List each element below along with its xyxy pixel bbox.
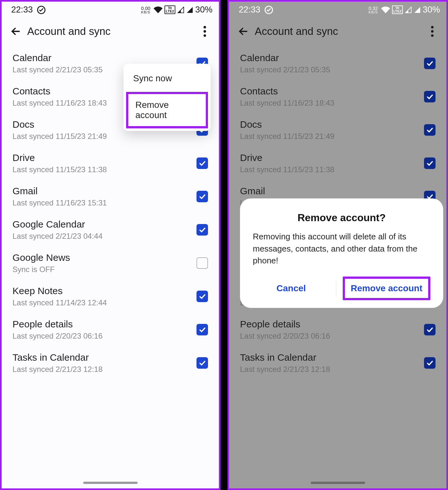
status-bar: 22:33 0.32 KB/S Vo LTE2 30% (229, 2, 446, 16)
sync-item-title: Calendar (240, 52, 424, 63)
status-bar: 22:33 0.00 KB/S Vo LTE2 30% (2, 2, 219, 16)
signal-2-icon (186, 6, 193, 13)
dialog-cancel-button[interactable]: Cancel (253, 277, 330, 300)
sync-item-subtitle: Last synced 11/15/23 11:38 (240, 165, 424, 174)
sync-item-subtitle: Last synced 11/15/23 21:49 (12, 132, 196, 141)
svg-point-1 (204, 26, 206, 28)
sync-checkbox[interactable] (196, 324, 208, 335)
overflow-menu-button[interactable] (198, 24, 212, 38)
sync-item-subtitle: Last synced 2/20/23 06:16 (240, 332, 424, 341)
sync-item-title: Drive (12, 152, 196, 163)
back-button[interactable] (9, 24, 23, 38)
page-title: Account and sync (27, 25, 111, 37)
page-title: Account and sync (255, 25, 338, 37)
sync-item-subtitle: Last synced 2/21/23 04:44 (12, 232, 196, 241)
sync-item-title: Tasks in Calendar (12, 352, 196, 363)
sync-item[interactable]: Tasks in CalendarLast synced 2/21/23 12:… (2, 346, 219, 380)
overflow-menu-button[interactable] (425, 24, 439, 38)
sync-checkbox[interactable] (196, 291, 208, 302)
wifi-icon (381, 5, 390, 14)
dialog-message: Removing this account will delete all of… (253, 231, 430, 267)
sync-item[interactable]: GmailLast synced 11/16/23 15:31 (2, 180, 219, 213)
sync-item-title: Gmail (12, 186, 196, 197)
volte-badge: Vo LTE2 (392, 5, 403, 14)
svg-point-7 (431, 34, 434, 37)
status-time: 22:33 (11, 5, 33, 15)
sync-item-title: Google Calendar (12, 219, 196, 230)
sync-item-title: People details (12, 319, 196, 330)
sync-item[interactable]: People detailsLast synced 2/20/23 06:16 (2, 313, 219, 346)
sync-item-title: People details (240, 319, 424, 330)
sync-checkbox[interactable] (196, 191, 208, 202)
data-rate: 0.00 KB/S (141, 6, 150, 14)
dialog-confirm-button[interactable]: Remove account (343, 277, 430, 300)
sync-item[interactable]: Keep NotesLast synced 11/14/23 12:44 (2, 280, 219, 313)
overflow-popup-menu: Sync now Remove account (124, 64, 211, 131)
volte-badge: Vo LTE2 (164, 5, 175, 14)
sync-checkbox[interactable] (424, 58, 436, 69)
app-bar: Account and sync (229, 16, 446, 47)
sync-item-title: Docs (240, 119, 424, 130)
sync-item-subtitle: Last synced 11/15/23 11:38 (12, 165, 196, 174)
sync-item-subtitle: Sync is OFF (12, 265, 196, 274)
sync-item[interactable]: DriveLast synced 11/15/23 11:38 (2, 147, 219, 180)
signal-1-icon (405, 6, 412, 13)
sync-item[interactable]: ContactsLast synced 11/16/23 18:43 (229, 80, 446, 113)
menu-item-sync-now[interactable]: Sync now (124, 66, 211, 91)
signal-2-icon (414, 6, 421, 13)
dialog-title: Remove account? (253, 212, 430, 224)
gesture-nav-bar[interactable] (311, 482, 365, 484)
sync-checkbox[interactable] (196, 257, 208, 269)
menu-item-remove-account[interactable]: Remove account (126, 92, 208, 128)
signal-1-icon (177, 6, 184, 13)
sync-checkbox[interactable] (424, 124, 436, 136)
sync-item-title: Calendar (12, 52, 196, 63)
sync-item[interactable]: CalendarLast synced 2/21/23 05:35 (229, 47, 446, 80)
dialog-action-divider (336, 281, 336, 295)
battery-percent: 30% (195, 5, 212, 15)
sync-item[interactable]: Google NewsSync is OFF (2, 246, 219, 280)
back-button[interactable] (236, 24, 250, 38)
sync-item-title: Drive (240, 152, 424, 163)
sync-item[interactable]: People detailsLast synced 2/20/23 06:16 (229, 313, 446, 346)
app-bar: Account and sync (2, 16, 219, 47)
screenshot-left: 22:33 0.00 KB/S Vo LTE2 30% (0, 0, 220, 490)
focus-mode-icon (264, 5, 273, 14)
sync-item-subtitle: Last synced 2/21/23 12:18 (12, 365, 196, 374)
sync-item-subtitle: Last synced 2/21/23 05:35 (240, 65, 424, 74)
sync-checkbox[interactable] (424, 357, 436, 369)
sync-item-title: Google News (12, 252, 196, 263)
screenshot-right: 22:33 0.32 KB/S Vo LTE2 30% (228, 0, 448, 490)
sync-item[interactable]: Google CalendarLast synced 2/21/23 04:44 (2, 213, 219, 246)
sync-item-subtitle: Last synced 11/16/23 15:31 (12, 198, 196, 207)
svg-point-2 (204, 30, 206, 33)
dialog-actions: Cancel Remove account (253, 277, 430, 300)
sync-item-title: Tasks in Calendar (240, 352, 424, 363)
sync-item[interactable]: DocsLast synced 11/15/23 21:49 (229, 113, 446, 147)
screenshot-divider (220, 0, 228, 490)
sync-checkbox[interactable] (196, 157, 208, 169)
sync-item-title: Gmail (240, 186, 424, 197)
sync-item[interactable]: Tasks in CalendarLast synced 2/21/23 12:… (229, 346, 446, 380)
sync-checkbox[interactable] (424, 324, 436, 335)
sync-item-subtitle: Last synced 11/15/23 21:49 (240, 132, 424, 141)
remove-account-dialog: Remove account? Removing this account wi… (240, 198, 443, 308)
sync-checkbox[interactable] (424, 157, 436, 169)
sync-item[interactable]: DriveLast synced 11/15/23 11:38 (229, 147, 446, 180)
sync-item-title: Contacts (240, 86, 424, 97)
sync-item-title: Keep Notes (12, 285, 196, 296)
gesture-nav-bar[interactable] (83, 482, 138, 484)
data-rate: 0.32 KB/S (369, 6, 378, 14)
sync-item-subtitle: Last synced 11/14/23 12:44 (12, 298, 196, 307)
svg-point-3 (204, 34, 206, 37)
sync-checkbox[interactable] (424, 91, 436, 102)
svg-point-6 (431, 30, 434, 33)
svg-point-5 (431, 26, 434, 28)
sync-item-subtitle: Last synced 2/21/23 12:18 (240, 365, 424, 374)
sync-item-subtitle: Last synced 2/20/23 06:16 (12, 332, 196, 341)
wifi-icon (154, 5, 163, 14)
sync-item-subtitle: Last synced 11/16/23 18:43 (240, 99, 424, 108)
sync-checkbox[interactable] (196, 357, 208, 369)
sync-checkbox[interactable] (196, 224, 208, 236)
battery-percent: 30% (423, 5, 440, 15)
